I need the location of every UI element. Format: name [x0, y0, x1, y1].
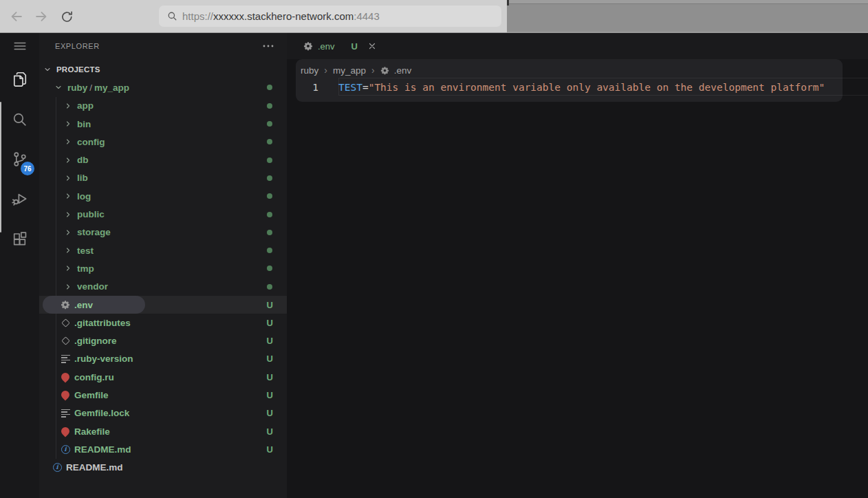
- tree-row-app[interactable]: app: [39, 97, 287, 115]
- tree-row-lib[interactable]: lib: [39, 169, 287, 187]
- text-lines-icon: [61, 409, 70, 418]
- tree-row-bin[interactable]: bin: [39, 115, 287, 133]
- tab-env[interactable]: .env U: [287, 33, 388, 59]
- gear-icon: [303, 41, 313, 51]
- search-icon: [11, 111, 28, 128]
- tree-row-Gemfile[interactable]: GemfileU: [39, 386, 287, 404]
- chevron-right-icon[interactable]: [63, 155, 73, 165]
- sidebar-title: EXPLORER: [55, 42, 100, 50]
- info-icon: i: [52, 463, 62, 473]
- chevron-right-icon[interactable]: [63, 173, 73, 183]
- sidebar-header: EXPLORER: [39, 33, 287, 59]
- tree-item-label: public: [77, 209, 105, 219]
- chevron-right-icon[interactable]: [63, 210, 73, 219]
- tree-item-label: log: [77, 191, 91, 202]
- token-str: "This is an environment variable only av…: [369, 82, 825, 93]
- code-line-1[interactable]: 1 TEST="This is an environment variable …: [296, 78, 825, 96]
- breadcrumb-item[interactable]: ruby: [301, 65, 318, 76]
- git-modified-dot: [267, 284, 272, 290]
- chevron-right-icon[interactable]: [63, 263, 73, 273]
- explorer-more-actions-button[interactable]: [262, 41, 274, 51]
- tree-row-README.md[interactable]: iREADME.md: [39, 459, 287, 477]
- git-modified-dot: [267, 139, 272, 144]
- tab-close-button[interactable]: [366, 40, 378, 52]
- search-view-button[interactable]: [0, 99, 39, 139]
- breadcrumb-separator: ›: [318, 65, 333, 76]
- chevron-right-icon[interactable]: [63, 101, 73, 111]
- background-window-edge: [507, 0, 868, 4]
- extensions-view-button[interactable]: [0, 219, 39, 259]
- chevron-right-icon[interactable]: [63, 282, 73, 292]
- git-modified-dot: [267, 175, 272, 181]
- file-tree: ruby/my_appappbinconfigdbliblogpublicsto…: [39, 78, 287, 477]
- chevron-right-icon[interactable]: [63, 246, 73, 255]
- tree-row-.env[interactable]: .envU: [39, 296, 287, 314]
- tree-item-label: lib: [77, 173, 88, 183]
- address-bar[interactable]: https://xxxxxx.stackhero-network.com:444…: [159, 6, 501, 27]
- projects-section-header[interactable]: PROJECTS: [39, 61, 287, 78]
- breadcrumb[interactable]: ruby › my_app › .env: [301, 63, 411, 78]
- git-untracked-badge: U: [267, 444, 273, 455]
- git-untracked-badge: U: [267, 354, 273, 364]
- tree-row-log[interactable]: log: [39, 187, 287, 205]
- run-debug-view-button[interactable]: [0, 179, 39, 219]
- forward-arrow-icon: [34, 9, 49, 24]
- chevron-right-icon[interactable]: [63, 191, 73, 201]
- chevron-right-icon[interactable]: [63, 119, 73, 129]
- git-untracked-badge: U: [267, 426, 273, 437]
- chevron-down-icon[interactable]: [43, 65, 52, 74]
- browser-toolbar: https://xxxxxx.stackhero-network.com:444…: [0, 0, 868, 33]
- tree-item-label: test: [77, 246, 94, 256]
- section-label: PROJECTS: [56, 65, 100, 74]
- editor-area: .env U ruby › my_app › .env 1 TEST=: [287, 33, 868, 498]
- scm-changes-badge: 76: [21, 162, 34, 175]
- tree-item-label: Rakefile: [74, 426, 110, 437]
- gear-icon: [61, 300, 70, 310]
- ruby-icon: [61, 390, 70, 400]
- chevron-right-icon[interactable]: [63, 137, 73, 147]
- explorer-sidebar: EXPLORER PROJECTS ruby/my_appappbinconfi…: [39, 33, 287, 498]
- git-untracked-badge: U: [267, 300, 273, 310]
- tree-row-config[interactable]: config: [39, 133, 287, 151]
- tree-row-.ruby-version[interactable]: .ruby-versionU: [39, 350, 287, 368]
- url-text: https://xxxxxx.stackhero-network.com:444…: [182, 10, 380, 22]
- tree-row-.gitignore[interactable]: .gitignoreU: [39, 332, 287, 349]
- tree-row-config.ru[interactable]: config.ruU: [39, 368, 287, 386]
- tree-row-vendor[interactable]: vendor: [39, 278, 287, 296]
- git-modified-dot: [267, 212, 272, 217]
- git-untracked-badge: U: [267, 336, 273, 346]
- breadcrumb-item[interactable]: my_app: [333, 65, 366, 76]
- tree-row-Gemfile.lock[interactable]: Gemfile.lockU: [39, 404, 287, 422]
- tree-row-.gitattributes[interactable]: .gitattributesU: [39, 314, 287, 332]
- tree-row-storage[interactable]: storage: [39, 224, 287, 241]
- chevron-right-icon[interactable]: [63, 228, 73, 237]
- window-boundary-tick: [507, 0, 509, 6]
- tree-row-public[interactable]: public: [39, 205, 287, 223]
- tree-row-README.md[interactable]: iREADME.mdU: [39, 440, 287, 458]
- tree-row-test[interactable]: test: [39, 241, 287, 259]
- extensions-icon: [11, 230, 28, 248]
- tree-row-Rakefile[interactable]: RakefileU: [39, 422, 287, 440]
- tree-row-tmp[interactable]: tmp: [39, 259, 287, 277]
- forward-button[interactable]: [32, 8, 50, 25]
- chevron-down-icon[interactable]: [54, 83, 63, 92]
- background-window-area: [507, 0, 868, 33]
- reload-button[interactable]: [58, 8, 76, 25]
- tree-item-label: ruby/my_app: [67, 83, 129, 93]
- back-button[interactable]: [8, 8, 25, 25]
- source-control-view-button[interactable]: 76: [0, 139, 39, 179]
- tree-row-db[interactable]: db: [39, 151, 287, 169]
- breadcrumb-file[interactable]: .env: [394, 65, 412, 76]
- git-file-icon: [61, 318, 70, 327]
- tree-row-ruby/my_app[interactable]: ruby/my_app: [39, 78, 287, 96]
- text-lines-icon: [61, 354, 70, 364]
- menu-button[interactable]: [0, 33, 39, 59]
- explorer-view-button[interactable]: [0, 59, 39, 99]
- code-text: TEST="This is an environment variable on…: [338, 82, 825, 93]
- git-modified-dot: [267, 266, 272, 271]
- reload-icon: [60, 10, 74, 24]
- files-icon: [11, 71, 28, 88]
- gear-icon: [380, 65, 390, 75]
- git-modified-dot: [267, 158, 272, 163]
- run-and-debug-icon: [11, 190, 29, 208]
